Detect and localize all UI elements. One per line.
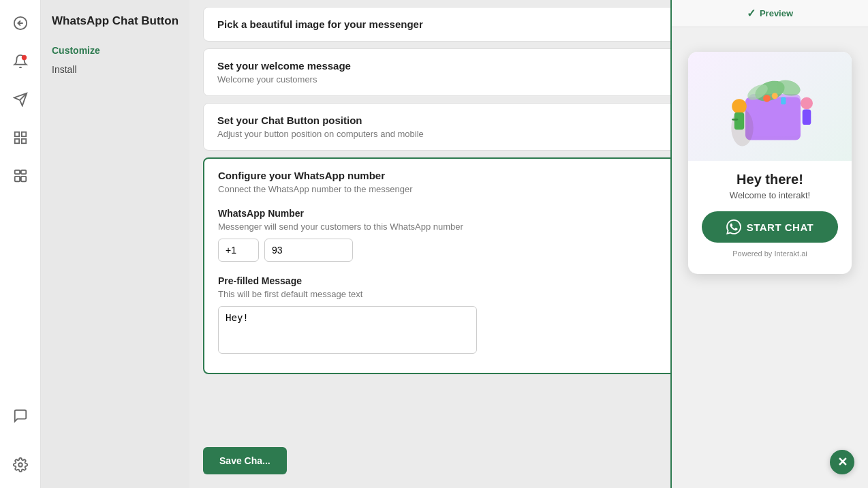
chat-icon[interactable]	[8, 403, 33, 428]
position-section-desc: Adjust your button position on computers…	[217, 129, 424, 139]
image-section-title: Pick a beautiful image for your messenge…	[217, 18, 423, 30]
svg-rect-6	[14, 139, 18, 143]
start-chat-label: START CHAT	[747, 222, 814, 233]
settings-icon[interactable]	[8, 453, 33, 477]
nav-customize[interactable]: Customize	[52, 41, 179, 60]
svg-point-19	[801, 97, 813, 110]
powered-by-text: Powered by Interakt.ai	[702, 249, 838, 266]
svg-rect-9	[20, 170, 25, 174]
phone-number-input[interactable]	[264, 239, 353, 262]
notification-icon[interactable]	[8, 49, 33, 74]
main-content: Pick a beautiful image for your messenge…	[189, 0, 868, 488]
preview-header: ✓ Preview	[672, 0, 868, 27]
svg-rect-18	[732, 119, 738, 121]
save-button[interactable]: Save Cha...	[203, 447, 287, 474]
svg-point-1	[21, 55, 26, 60]
preview-checkmark-icon: ✓	[747, 7, 756, 20]
sidebar: WhatsApp Chat Button Customize Install	[41, 0, 189, 488]
svg-rect-14	[749, 94, 801, 136]
svg-rect-20	[803, 110, 811, 125]
preview-label: Preview	[760, 8, 793, 18]
svg-point-16	[732, 99, 747, 114]
svg-rect-7	[21, 139, 25, 143]
svg-rect-11	[20, 177, 25, 181]
widget-body: Hey there! Welcome to interakt! START CH…	[688, 161, 852, 274]
welcome-section-title: Set your welcome message	[217, 60, 351, 72]
svg-rect-10	[14, 177, 19, 181]
grid-icon[interactable]	[8, 125, 33, 150]
close-icon: ✕	[837, 455, 848, 470]
app-title: WhatsApp Chat Button	[52, 14, 179, 29]
svg-point-24	[763, 95, 771, 102]
country-code-input[interactable]	[218, 239, 259, 262]
svg-point-25	[772, 93, 778, 99]
start-chat-button[interactable]: START CHAT	[702, 211, 838, 243]
widget-greeting: Hey there!	[702, 172, 838, 187]
svg-rect-4	[14, 132, 18, 136]
svg-rect-8	[14, 170, 19, 174]
back-icon[interactable]	[8, 11, 33, 35]
prefilled-message-input[interactable]: Hey!	[218, 306, 477, 354]
welcome-section-desc: Welcome your customers	[217, 74, 351, 85]
widget-image-area	[688, 52, 852, 161]
svg-rect-26	[781, 97, 786, 105]
svg-rect-5	[21, 132, 25, 136]
svg-point-12	[18, 463, 22, 467]
preview-widget: Hey there! Welcome to interakt! START CH…	[688, 52, 852, 274]
send-icon[interactable]	[8, 87, 33, 112]
nav-install[interactable]: Install	[52, 60, 179, 79]
widget-subtitle: Welcome to interakt!	[702, 190, 838, 200]
user-grid-icon[interactable]	[8, 164, 33, 188]
svg-rect-17	[734, 112, 744, 129]
close-preview-button[interactable]: ✕	[830, 450, 854, 474]
preview-panel: ✓ Preview	[670, 0, 868, 488]
position-section-title: Set your Chat Button position	[217, 115, 424, 126]
